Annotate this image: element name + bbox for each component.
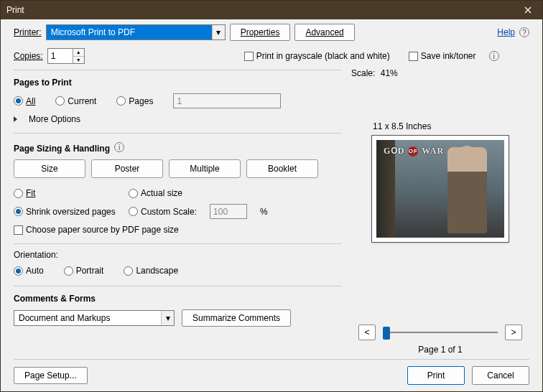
pages-to-print-title: Pages to Print xyxy=(14,75,341,88)
custom-scale-input[interactable] xyxy=(210,204,247,219)
custom-scale-radio[interactable]: Custom Scale: xyxy=(129,207,197,217)
copies-field[interactable] xyxy=(48,49,73,63)
cancel-button[interactable]: Cancel xyxy=(472,366,529,385)
radio-icon xyxy=(14,96,23,106)
radio-icon xyxy=(14,266,23,276)
triangle-right-icon xyxy=(14,116,17,122)
orient-landscape-radio[interactable]: Landscape xyxy=(124,266,178,276)
orient-auto-radio[interactable]: Auto xyxy=(14,266,44,276)
multiple-tab[interactable]: Multiple xyxy=(169,159,241,178)
print-preview: GOD OF WAR xyxy=(372,136,509,242)
chevron-down-icon: ▾ xyxy=(212,25,225,39)
prev-page-button[interactable]: < xyxy=(358,325,376,340)
close-button[interactable] xyxy=(514,1,542,19)
help-icon[interactable]: ? xyxy=(519,27,529,37)
copies-label: Copies: xyxy=(14,51,43,61)
scale-readout: Scale: 41% xyxy=(351,68,398,78)
info-icon[interactable]: i xyxy=(489,51,499,61)
percent-label: % xyxy=(260,207,268,217)
checkbox-icon xyxy=(14,225,23,235)
checkbox-icon xyxy=(409,52,418,61)
radio-icon xyxy=(64,266,73,276)
titlebar: Print xyxy=(1,1,542,19)
radio-icon xyxy=(116,96,126,106)
radio-icon xyxy=(55,96,65,106)
grayscale-checkbox[interactable]: Print in grayscale (black and white) xyxy=(244,51,390,61)
radio-icon xyxy=(129,207,138,216)
comments-select[interactable]: Document and Markups ▾ xyxy=(14,310,175,326)
checkbox-icon xyxy=(244,52,254,61)
properties-button[interactable]: Properties xyxy=(230,24,291,41)
poster-tab[interactable]: Poster xyxy=(91,159,163,178)
save-ink-checkbox[interactable]: Save ink/toner xyxy=(409,51,476,61)
pages-all-radio[interactable]: All xyxy=(14,96,35,106)
radio-icon xyxy=(14,189,23,198)
orientation-title: Orientation: xyxy=(14,250,341,260)
print-button[interactable]: Print xyxy=(407,366,465,385)
radio-icon xyxy=(129,189,138,198)
fit-radio[interactable]: Fit xyxy=(14,188,71,198)
preview-artwork-title: GOD OF WAR xyxy=(384,146,444,157)
printer-select[interactable]: Microsoft Print to PDF ▾ xyxy=(46,24,226,40)
radio-icon xyxy=(124,266,133,276)
chevron-down-icon: ▾ xyxy=(161,311,174,325)
page-setup-button[interactable]: Page Setup... xyxy=(14,367,88,384)
more-options-toggle[interactable]: More Options xyxy=(14,114,341,124)
copies-row: Copies: ▲▼ Print in grayscale (black and… xyxy=(1,45,542,67)
advanced-button[interactable]: Advanced xyxy=(294,24,354,41)
pages-range-radio[interactable]: Pages xyxy=(116,96,153,106)
printer-label: Printer: xyxy=(14,27,42,37)
paper-size-label: 11 x 8.5 Inches xyxy=(373,121,431,131)
spin-up[interactable]: ▲ xyxy=(73,49,84,57)
print-dialog: Print Printer: Microsoft Print to PDF ▾ … xyxy=(0,0,543,392)
spin-down[interactable]: ▼ xyxy=(73,57,84,64)
window-title: Print xyxy=(6,5,24,15)
info-icon[interactable]: i xyxy=(114,142,124,152)
size-tab[interactable]: Size xyxy=(14,159,85,178)
pages-current-radio[interactable]: Current xyxy=(55,96,96,106)
help-link[interactable]: Help xyxy=(497,27,515,37)
sizing-title: Page Sizing & Handling xyxy=(14,141,110,154)
actual-size-radio[interactable]: Actual size xyxy=(129,188,182,198)
pages-range-input[interactable] xyxy=(173,93,281,108)
page-indicator: Page 1 of 1 xyxy=(418,345,462,355)
page-slider[interactable] xyxy=(383,325,498,340)
summarize-comments-button[interactable]: Summarize Comments xyxy=(182,309,291,327)
comments-title: Comments & Forms xyxy=(14,291,341,304)
shrink-radio[interactable]: Shrink oversized pages xyxy=(14,207,116,217)
radio-icon xyxy=(14,207,23,216)
orient-portrait-radio[interactable]: Portrait xyxy=(64,266,104,276)
copies-input[interactable]: ▲▼ xyxy=(47,48,85,64)
next-page-button[interactable]: > xyxy=(505,325,522,340)
booklet-tab[interactable]: Booklet xyxy=(246,159,318,178)
printer-row: Printer: Microsoft Print to PDF ▾ Proper… xyxy=(1,19,542,45)
paper-source-checkbox[interactable]: Choose paper source by PDF page size xyxy=(14,225,179,235)
